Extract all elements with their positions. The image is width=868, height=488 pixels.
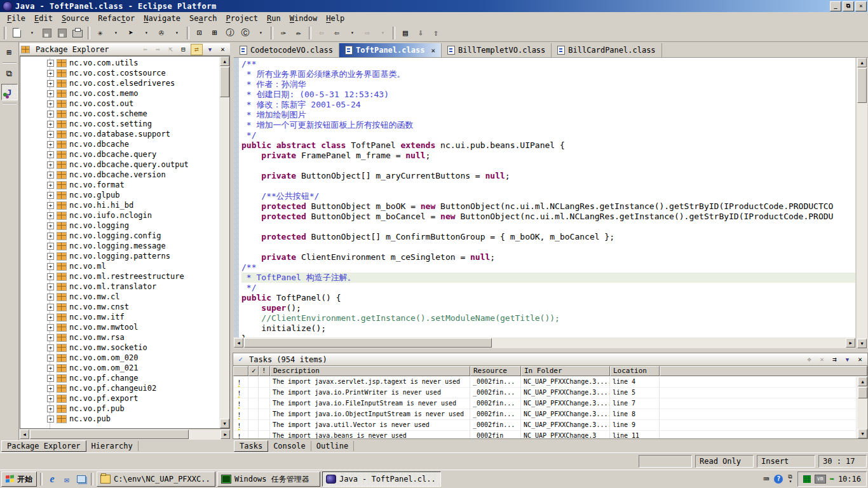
print-button[interactable] [70,26,85,40]
task-row[interactable]: The import java.beans is never used_0002… [233,431,857,438]
expand-icon[interactable]: + [47,222,54,229]
tree-item[interactable]: +nc.vo.logging.message [20,241,219,251]
menu-source[interactable]: Source [57,13,93,24]
tasks-list-button[interactable]: ▤ [398,26,413,40]
view-tab-package-explorer[interactable]: Package Explorer [1,440,86,452]
expand-icon[interactable]: + [47,273,54,280]
code-text[interactable]: /** * 所有业务界面必须继承的业务界面基类。 * 作者：孙润华 * 创建日期… [241,59,855,337]
menu-file[interactable]: File [3,13,30,24]
tree-item[interactable]: +nc.vo.mw.cnst [20,302,219,312]
view-tab-hierarchy[interactable]: Hierarchy [86,441,139,451]
column-marker[interactable] [233,366,248,376]
tree-item[interactable]: +nc.vo.cost.elsedriveres [20,78,219,88]
scroll-down-arrow[interactable]: ▼ [220,419,229,428]
expand-icon[interactable]: + [47,243,54,250]
tree-item[interactable]: +nc.vo.pub [20,414,219,424]
new-class-button[interactable]: Ⓙ [222,26,238,40]
new-wizard-dropdown[interactable]: ▾ [24,26,39,40]
view-menu-icon[interactable]: ▼ [205,44,215,55]
expand-icon[interactable]: + [47,385,54,392]
forward-icon[interactable]: ⇨ [153,44,163,55]
expand-icon[interactable]: + [47,263,54,270]
new-package-button[interactable]: ⊞ [207,26,222,40]
expand-icon[interactable]: + [47,344,54,351]
expand-icon[interactable]: + [47,365,54,372]
expand-icon[interactable]: + [47,70,54,77]
editor-tab[interactable]: BillTempletVO.class [442,43,552,57]
editor-hscrollbar[interactable]: ◀ ▶ [234,337,855,348]
column-description[interactable]: Description [270,366,470,376]
task-row[interactable]: The import java.io.ObjectInputStream is … [233,409,857,420]
tree-item[interactable]: +nc.vo.database.support [20,129,219,139]
internet-explorer-icon[interactable]: e [46,473,58,485]
scroll-thumb[interactable] [857,68,867,103]
java-perspective-button[interactable]: J [1,84,18,100]
forward-dropdown[interactable]: ▾ [375,26,390,40]
scroll-up-arrow[interactable]: ▲ [220,57,229,66]
external-tools-button[interactable]: ✇ [154,26,169,40]
tree-item[interactable]: +nc.vo.om.om_021 [20,363,219,373]
task-row[interactable]: The import javax.servlet.jsp.tagext is n… [233,377,857,388]
tree-item[interactable]: +nc.vo.pf.export [20,393,219,403]
tree-vscrollbar[interactable]: ▲ ▼ [219,57,229,428]
tree-item[interactable]: +nc.vo.dbcache.query.output [20,159,219,170]
taskbar-button[interactable]: Windows 任务管理器 [217,471,320,487]
editor-tab[interactable]: CodetocodeVO.class [234,43,339,57]
editor-vscrollbar[interactable]: ▲ ▼ [857,58,867,348]
last-edit-location-button[interactable]: ⇦ [314,26,329,40]
tree-item[interactable]: +nc.vo.mw.socketio [20,342,219,353]
tree-item[interactable]: +nc.vo.glpub [20,190,219,200]
menu-project[interactable]: Project [221,13,262,24]
expand-icon[interactable]: + [47,212,54,219]
column-resource[interactable]: Resource [470,366,521,376]
column-location[interactable]: Location [610,366,660,376]
menu-search[interactable]: Search [185,13,221,24]
expand-icon[interactable]: + [47,202,54,209]
scroll-down-arrow[interactable]: ▼ [857,339,867,348]
view-tab-console[interactable]: Console [268,441,311,451]
vm-tray-icon[interactable]: vm [815,475,826,484]
previous-annotation-button[interactable]: ⇧ [428,26,444,40]
taskbar-button[interactable]: C:\env\NC_UAP_PFXXC... [97,471,215,487]
expand-icon[interactable]: + [47,304,54,311]
update-tray-icon[interactable]: ➥ [830,475,834,484]
start-button[interactable]: 开始 [1,471,37,487]
window-switch-icon[interactable]: ⧉▾ [788,475,792,484]
tree-item[interactable]: +nc.vo.com.utils [20,58,219,68]
next-annotation-button[interactable]: ⇩ [413,26,428,40]
taskbar-button[interactable]: Java - ToftPanel.cl... [322,471,441,487]
expand-icon[interactable]: + [47,100,54,107]
expand-icon[interactable]: + [47,60,54,67]
tree-item[interactable]: +nc.vo.logging.config [20,231,219,241]
tree-item[interactable]: +nc.vo.dbcache [20,139,219,149]
new-type-dropdown[interactable]: ▾ [253,26,268,40]
back-button[interactable]: ⇦ [329,26,344,40]
tree-item[interactable]: +nc.vo.format [20,180,219,190]
new-java-project-button[interactable]: ⊡ [192,26,207,40]
tree-item[interactable]: +nc.vo.dbcache.version [20,170,219,180]
editor-tab[interactable]: BillCardPanel.class [552,43,661,57]
open-type-button[interactable]: ✑ [276,26,291,40]
tree-item[interactable]: +nc.vo.cost.scheme [20,109,219,119]
close-view-icon[interactable]: ✕ [217,44,228,55]
tree-item[interactable]: +nc.vo.pf.change [20,373,219,383]
tree-item[interactable]: +nc.vo.pf.changeui02 [20,383,219,393]
minimize-button[interactable]: _ [830,1,841,11]
show-desktop-icon[interactable] [75,473,88,485]
run-dropdown[interactable]: ▾ [139,26,154,40]
expand-icon[interactable]: + [47,80,54,87]
menu-run[interactable]: Run [262,13,285,24]
tree-item[interactable]: +nc.vo.mw.itf [20,312,219,322]
tree-item[interactable]: +nc.vo.ml [20,261,219,271]
tree-item[interactable]: +nc.vo.hi.hi_bd [20,200,219,210]
tree-hscrollbar[interactable]: ◀ ▶ [20,430,230,440]
scroll-thumb[interactable] [30,430,189,439]
filter-tasks-icon[interactable]: ⇉ [829,355,840,365]
scroll-left-arrow[interactable]: ◀ [20,430,29,439]
expand-icon[interactable]: + [47,334,54,341]
up-icon[interactable]: ⇱ [165,44,176,55]
view-menu-icon[interactable]: ▼ [842,355,853,365]
task-row[interactable]: The import java.io.PrintWriter is never … [233,388,857,398]
tree-item[interactable]: +nc.vo.cost.costsource [20,68,219,78]
close-button[interactable]: ✕ [855,1,867,11]
